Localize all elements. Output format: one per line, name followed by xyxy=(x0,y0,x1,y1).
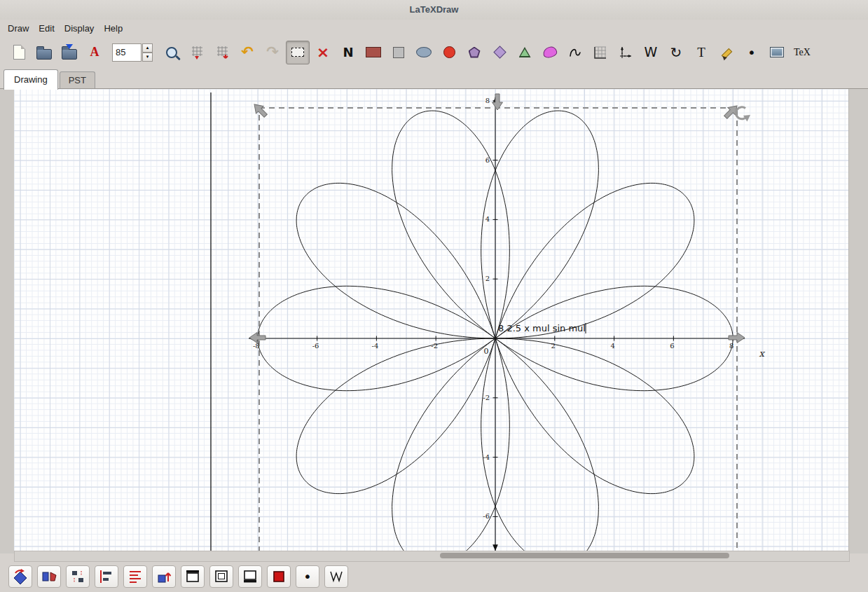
free-shape-icon xyxy=(542,46,558,60)
latexdraw-window: { "window": { "title": "LaTeXDraw" }, "m… xyxy=(0,0,868,592)
order-icon xyxy=(156,570,172,584)
zoom-spinner: ▴ ▾ xyxy=(142,43,153,62)
ellipse-icon xyxy=(416,47,432,57)
hscrollbar-track[interactable] xyxy=(14,551,850,562)
dot-style-icon: • xyxy=(303,570,312,584)
justify-icon xyxy=(128,570,143,584)
y-tick-label: -2 xyxy=(483,394,490,401)
justify-shapes-button[interactable] xyxy=(123,565,147,588)
magnetic-grid-icon xyxy=(189,45,205,60)
triangle-tool-button[interactable] xyxy=(513,41,537,64)
zoom-increase-button[interactable]: ▴ xyxy=(142,43,153,53)
redo-button[interactable]: ↷ xyxy=(261,41,284,64)
x-tick-label: 6 xyxy=(670,342,674,350)
freehand-tool-button[interactable]: N xyxy=(336,41,360,64)
order-shapes-button[interactable] xyxy=(152,565,176,588)
rhombus-tool-button[interactable] xyxy=(488,41,511,64)
border-top-icon xyxy=(185,569,200,584)
dot-style-button[interactable]: • xyxy=(296,565,319,588)
undo-button[interactable]: ↶ xyxy=(235,41,259,64)
dot-tool-button[interactable]: • xyxy=(740,41,764,64)
picture-tool-button[interactable] xyxy=(765,41,789,64)
formula-text-item[interactable]: 8 2.5 x mul sin mul xyxy=(498,323,586,333)
undo-icon: ↶ xyxy=(241,45,254,60)
menu-help[interactable]: Help xyxy=(99,21,128,36)
dot-icon: • xyxy=(748,46,756,60)
tex-logo-icon: TeX xyxy=(794,48,811,57)
text-icon: T xyxy=(697,46,705,59)
export-pdf-button[interactable]: A xyxy=(83,41,106,64)
grid-shape-icon xyxy=(593,46,607,60)
delete-tool-button[interactable]: × xyxy=(311,41,335,64)
magnetic-grid-button[interactable] xyxy=(185,41,209,64)
ellipse-tool-button[interactable] xyxy=(412,41,436,64)
rectangle-icon xyxy=(366,47,381,57)
scene-svg[interactable]: -8-6-4-224688642-2-4-60x8 2.5 x mul sin … xyxy=(0,89,868,553)
latex-text-tool-button[interactable]: TeX xyxy=(790,41,814,64)
menu-display[interactable]: Display xyxy=(60,21,99,36)
hscrollbar-thumb[interactable] xyxy=(440,553,729,558)
magnifier-icon xyxy=(166,47,177,58)
x-tick-label: -4 xyxy=(372,342,379,350)
axis-arrowhead xyxy=(492,544,498,551)
scale-handle[interactable] xyxy=(492,94,503,110)
zigzag-icon: W xyxy=(645,46,658,59)
grid-settings-button[interactable] xyxy=(210,41,234,64)
tab-pst[interactable]: PST xyxy=(60,71,95,89)
picture-icon xyxy=(770,47,784,57)
scale-handle[interactable] xyxy=(251,101,270,120)
x-tick-label: 4 xyxy=(610,342,614,350)
new-file-icon xyxy=(13,45,25,60)
circle-tool-button[interactable] xyxy=(437,41,461,64)
border-bottom-icon xyxy=(242,569,258,584)
grid-tool-button[interactable] xyxy=(588,41,612,64)
joined-lines-tool-button[interactable]: W xyxy=(639,41,663,64)
distribute-shapes-button[interactable] xyxy=(66,565,90,588)
text-tool-button[interactable]: T xyxy=(689,41,713,64)
fill-color-button[interactable] xyxy=(267,565,291,588)
zoom-control: ▴ ▾ xyxy=(112,43,153,62)
line-style-button[interactable] xyxy=(324,565,348,588)
mirror-shapes-button[interactable] xyxy=(37,565,61,588)
zoom-tool-button[interactable] xyxy=(160,41,184,64)
axes-tool-button[interactable] xyxy=(614,41,638,64)
menu-edit[interactable]: Edit xyxy=(34,21,59,36)
y-tick-label: -4 xyxy=(483,453,490,461)
open-folder-icon xyxy=(36,49,52,60)
free-shape-tool-button[interactable] xyxy=(538,41,562,64)
tab-bar: Drawing PST xyxy=(0,68,868,89)
pdf-icon: A xyxy=(90,45,99,60)
pencil-tool-button[interactable] xyxy=(715,41,738,64)
window-title: LaTeXDraw xyxy=(0,0,868,20)
select-tool-button[interactable] xyxy=(286,41,310,64)
x-tick-label: -6 xyxy=(312,342,319,350)
border-position-bottom-button[interactable] xyxy=(238,565,262,588)
polygon-tool-button[interactable] xyxy=(462,41,486,64)
rotate-shapes-button[interactable] xyxy=(8,565,32,588)
scale-handle[interactable] xyxy=(249,333,266,343)
open-drawing-button[interactable] xyxy=(32,41,56,64)
rectangle-tool-button[interactable] xyxy=(361,41,385,64)
bezier-tool-button[interactable] xyxy=(563,41,587,64)
save-drawing-button[interactable] xyxy=(57,41,81,64)
rotate-icon xyxy=(13,569,28,584)
x-axis-label: x xyxy=(759,348,765,359)
square-tool-button[interactable] xyxy=(387,41,411,64)
zoom-decrease-button[interactable]: ▾ xyxy=(142,53,153,62)
zoom-input[interactable] xyxy=(112,43,142,62)
border-position-top-button[interactable] xyxy=(181,565,205,588)
fill-color-icon xyxy=(271,569,287,584)
tab-drawing[interactable]: Drawing xyxy=(4,69,58,90)
y-tick-label: 6 xyxy=(485,156,490,164)
border-position-middle-button[interactable] xyxy=(209,565,233,588)
arc-tool-button[interactable]: ↻ xyxy=(664,41,688,64)
x-tick-label: 8 xyxy=(729,342,733,350)
square-icon xyxy=(393,47,404,58)
save-icon xyxy=(62,49,77,60)
redo-icon: ↷ xyxy=(266,45,279,60)
menu-draw[interactable]: Draw xyxy=(3,21,34,36)
new-drawing-button[interactable] xyxy=(7,41,31,64)
y-tick-label: 4 xyxy=(485,215,490,223)
x-tick-label: -2 xyxy=(431,342,438,350)
align-shapes-button[interactable] xyxy=(95,565,118,588)
